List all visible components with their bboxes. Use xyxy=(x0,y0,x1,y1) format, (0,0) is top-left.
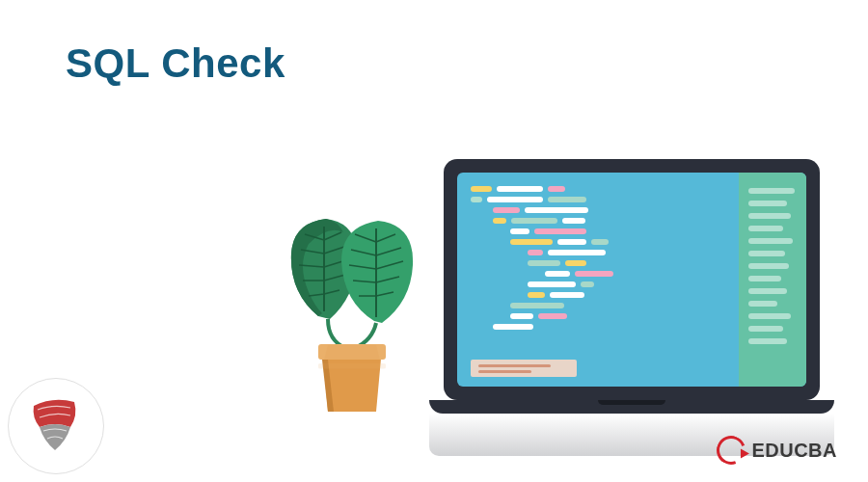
minimap-line xyxy=(748,288,787,294)
minimap-line xyxy=(748,238,793,244)
educba-brand-text: EDUCBA xyxy=(751,440,837,462)
laptop-screen xyxy=(444,159,820,400)
code-line xyxy=(471,260,729,266)
code-comment-block xyxy=(471,360,577,377)
minimap-line xyxy=(748,326,783,332)
code-line xyxy=(471,292,729,298)
minimap-line xyxy=(748,276,781,281)
leaves-icon xyxy=(291,219,413,348)
code-line xyxy=(471,197,729,202)
minimap-line xyxy=(748,226,783,231)
code-line xyxy=(471,250,729,255)
plant-reflection xyxy=(280,342,424,417)
minimap-line xyxy=(748,213,791,219)
code-line xyxy=(471,324,729,330)
minimap-line xyxy=(748,263,789,269)
hero-illustration xyxy=(280,159,820,458)
minimap-line xyxy=(748,301,777,307)
code-line xyxy=(471,207,729,213)
code-line xyxy=(471,281,729,287)
educba-logo: EDUCBA xyxy=(717,436,837,465)
minimap-line xyxy=(748,251,785,256)
svg-rect-1 xyxy=(318,363,386,369)
sql-server-badge xyxy=(8,378,104,474)
sql-server-icon xyxy=(26,392,86,460)
code-area xyxy=(457,173,739,387)
minimap-panel xyxy=(739,173,806,387)
code-editor xyxy=(457,173,806,387)
code-line xyxy=(471,303,729,308)
minimap-line xyxy=(748,201,787,206)
laptop-base xyxy=(429,400,834,414)
laptop-illustration xyxy=(444,159,820,414)
minimap-line xyxy=(748,188,795,194)
page-title: SQL Check xyxy=(66,40,285,87)
minimap-line xyxy=(748,338,787,344)
code-line xyxy=(471,271,729,277)
code-line xyxy=(471,186,729,192)
code-line xyxy=(471,228,729,234)
code-line xyxy=(471,218,729,224)
code-line xyxy=(471,239,729,245)
code-line xyxy=(471,313,729,319)
minimap-line xyxy=(748,313,791,319)
educba-play-icon xyxy=(713,431,751,469)
